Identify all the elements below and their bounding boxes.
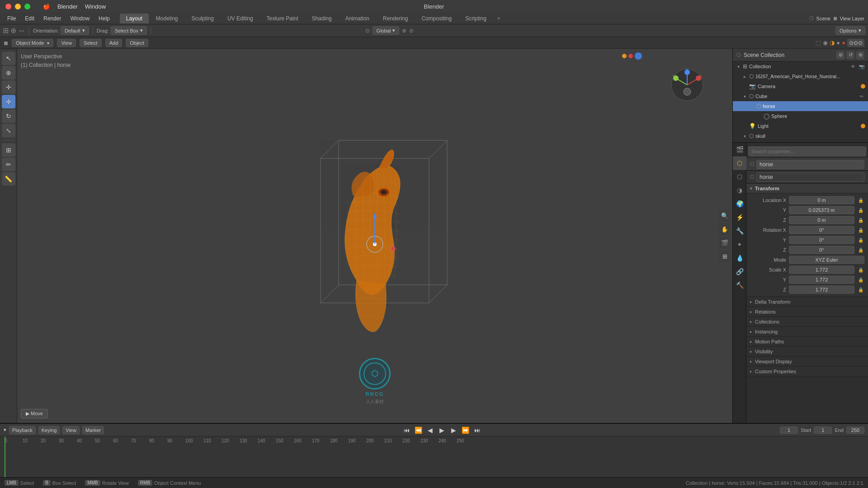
delta-transform-section[interactable]: ▸ Delta Transform — [746, 297, 868, 307]
outliner-item-cube[interactable]: ▾ ⬡ Cube ✏ — [733, 91, 868, 101]
tool-move[interactable]: ✛ — [2, 80, 15, 94]
prop-physics-icon[interactable]: 💧 — [733, 251, 746, 265]
tab-modeling[interactable]: Modeling — [150, 14, 184, 23]
mesh-data-input[interactable] — [756, 173, 864, 182]
orientation-dropdown[interactable]: Default ▾ — [61, 26, 89, 35]
mac-menu-apple[interactable]: 🍎 — [43, 3, 50, 10]
outliner-item-camera[interactable]: 📷 Camera — [733, 81, 868, 91]
minimize-button[interactable] — [15, 4, 21, 9]
options-dropdown[interactable]: Options ▾ — [835, 26, 865, 35]
viewport-zoom-icon[interactable]: 🔍 — [719, 210, 731, 221]
tool-measure[interactable]: 📏 — [2, 172, 15, 186]
rotation-x-value[interactable]: 0° — [789, 226, 854, 234]
rotation-z-value[interactable]: 0° — [789, 246, 854, 254]
tab-uv-editing[interactable]: UV Editing — [221, 14, 259, 23]
rotation-mode-value[interactable]: XYZ Euler — [789, 256, 864, 264]
rotation-y-value[interactable]: 0° — [789, 236, 854, 244]
scene-name-label[interactable]: Scene — [816, 16, 830, 21]
location-y-lock[interactable]: 🔒 — [857, 208, 864, 213]
maximize-button[interactable] — [24, 4, 30, 9]
scale-x-lock[interactable]: 🔒 — [857, 267, 864, 272]
location-x-value[interactable]: 0 m — [789, 196, 854, 204]
menu-window[interactable]: Window — [66, 14, 93, 23]
prop-scene-icon[interactable]: 🎬 — [733, 143, 746, 156]
object-menu[interactable]: Object — [126, 39, 148, 47]
object-name-input[interactable] — [756, 160, 864, 169]
next-keyframe-button[interactable]: ⏩ — [461, 425, 471, 435]
viewport-camera-icon[interactable]: 🎬 — [719, 237, 731, 249]
select-dropdown[interactable]: Select Box ▾ — [111, 26, 147, 35]
shading-extra-icon[interactable]: ● — [842, 39, 845, 46]
mac-menu-window[interactable]: Window — [85, 3, 106, 10]
menu-render[interactable]: Render — [40, 14, 65, 23]
motion-paths-section[interactable]: ▸ Motion Paths — [746, 337, 868, 347]
relations-section[interactable]: ▸ Relations — [746, 307, 868, 317]
end-frame-input[interactable] — [846, 427, 864, 434]
tab-compositing[interactable]: Compositing — [415, 14, 458, 23]
location-y-value[interactable]: 0.025373 m — [789, 206, 854, 214]
rotation-y-lock[interactable]: 🔒 — [857, 238, 864, 243]
menu-edit[interactable]: Edit — [21, 14, 38, 23]
tab-layout[interactable]: Layout — [120, 14, 149, 23]
prop-modifiers-icon[interactable]: 🔨 — [733, 278, 746, 292]
filter-icon[interactable]: ⊛ — [836, 51, 844, 59]
transform-section-header[interactable]: ▾ Transform — [746, 183, 868, 193]
tool-select[interactable]: ↖ — [2, 52, 15, 65]
scale-z-lock[interactable]: 🔒 — [857, 287, 864, 292]
toolbar-icon-3[interactable]: ↔ — [18, 27, 25, 35]
tab-shading[interactable]: Shading — [306, 14, 338, 23]
prev-keyframe-button[interactable]: ⏪ — [414, 425, 424, 435]
outliner-item-sphere[interactable]: ◯ Sphere — [733, 111, 868, 121]
timeline-ruler[interactable]: 0 10 20 30 40 50 60 70 80 90 100 110 120… — [0, 436, 868, 477]
tool-scale[interactable]: ⤡ — [2, 124, 15, 137]
collections-section[interactable]: ▸ Collections — [746, 317, 868, 327]
nav-gizmo[interactable]: X Y Z — [669, 67, 705, 103]
jump-start-button[interactable]: ⏮ — [402, 425, 412, 435]
keying-menu[interactable]: Keying — [38, 426, 60, 434]
viewport-3d[interactable]: User Perspective (1) Collection | horse — [17, 49, 732, 423]
tool-rotate[interactable]: ↻ — [2, 109, 15, 123]
viewport-display-section[interactable]: ▸ Viewport Display — [746, 357, 868, 366]
overlay-circles-icon[interactable]: ⊙⊙⊙ — [847, 39, 864, 47]
tab-animation[interactable]: Animation — [339, 14, 376, 23]
view-menu-tl[interactable]: View — [62, 426, 80, 434]
prop-render-icon[interactable]: ⚡ — [733, 211, 746, 224]
scale-x-value[interactable]: 1.772 — [789, 266, 854, 274]
select-menu[interactable]: Select — [80, 39, 102, 47]
rotation-z-lock[interactable]: 🔒 — [857, 248, 864, 253]
scale-y-value[interactable]: 1.772 — [789, 276, 854, 284]
shading-material-icon[interactable]: ◑ — [830, 39, 835, 46]
tab-scripting[interactable]: Scripting — [459, 14, 493, 23]
prop-particles-icon[interactable]: ✦ — [733, 238, 746, 251]
timeline-collapse-icon[interactable]: ▾ — [4, 427, 6, 433]
prop-material-icon[interactable]: ◑ — [733, 183, 746, 197]
start-frame-input[interactable] — [814, 427, 832, 434]
render-icon-sm[interactable]: 📷 — [858, 63, 865, 70]
prop-world-icon[interactable]: 🌍 — [733, 197, 746, 211]
shading-solid-icon[interactable]: ◉ — [823, 39, 828, 46]
instancing-section[interactable]: ▸ Instancing — [746, 327, 868, 337]
tool-cursor[interactable]: ⊕ — [2, 66, 15, 80]
object-mode-dropdown[interactable]: Object Mode ▾ — [12, 39, 53, 47]
outliner-item-horse-full[interactable]: ▸ ⬡ 16267_American_Paint_Horse_Nuestral.… — [733, 71, 868, 81]
view-layer-label[interactable]: View Layer — [840, 16, 864, 21]
scale-y-lock[interactable]: 🔒 — [857, 277, 864, 282]
outliner-item-skull-parent[interactable]: ▾ ⬡ skull — [733, 131, 868, 141]
viewport-pan-icon[interactable]: ✋ — [719, 223, 731, 235]
location-x-lock[interactable]: 🔒 — [857, 198, 864, 203]
current-frame-input[interactable] — [780, 427, 798, 434]
prop-constraints-icon[interactable]: 🔗 — [733, 265, 746, 278]
rotation-x-lock[interactable]: 🔒 — [857, 228, 864, 233]
scale-z-value[interactable]: 1.772 — [789, 286, 854, 294]
shading-render-icon[interactable]: ● — [836, 39, 840, 46]
tab-texture-paint[interactable]: Texture Paint — [260, 14, 305, 23]
close-button[interactable] — [5, 4, 11, 9]
next-frame-button[interactable]: ▶ — [449, 425, 459, 435]
custom-properties-section[interactable]: ▸ Custom Properties — [746, 366, 868, 376]
menu-file[interactable]: File — [4, 14, 19, 23]
add-menu[interactable]: Add — [105, 39, 123, 47]
location-z-lock[interactable]: 🔒 — [857, 218, 864, 223]
tool-move-active[interactable]: ✛ — [2, 95, 15, 108]
prop-mesh-icon[interactable]: ⬡ — [733, 170, 746, 183]
global-dropdown[interactable]: Global ▾ — [373, 26, 400, 35]
